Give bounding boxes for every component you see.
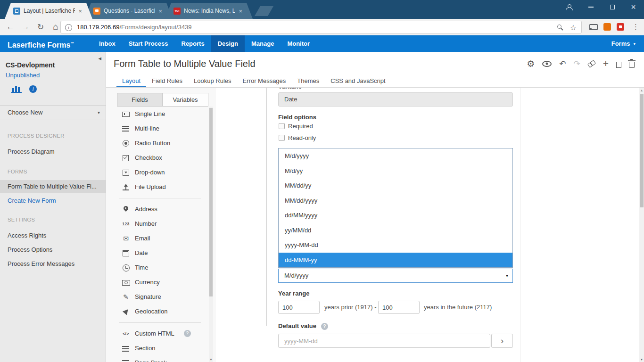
- nav-item-start-process[interactable]: Start Process: [122, 35, 175, 52]
- sidebar-item-process-error-messages[interactable]: Process Error Messages: [8, 260, 74, 267]
- default-value-submit-button[interactable]: ›: [491, 334, 513, 348]
- palette-item-checkbox[interactable]: Checkbox: [117, 150, 205, 165]
- copy-icon[interactable]: [616, 62, 621, 68]
- palette-item-geolocation[interactable]: Geolocation: [117, 304, 205, 319]
- palette-item-time[interactable]: Time: [117, 260, 205, 275]
- tab-close-icon[interactable]: ×: [239, 8, 242, 15]
- nav-item-manage[interactable]: Manage: [245, 35, 281, 52]
- scroll-up-icon[interactable]: ▲: [639, 89, 644, 92]
- minimize-button[interactable]: [580, 0, 602, 14]
- format-option[interactable]: M/d/yy: [279, 164, 512, 179]
- cast-icon[interactable]: [589, 24, 598, 30]
- palette-item-section[interactable]: Section: [117, 341, 205, 355]
- page-info-icon[interactable]: i: [65, 24, 72, 31]
- tab-close-icon[interactable]: ×: [78, 8, 82, 15]
- browser-tab-news[interactable]: TOI News: India News, Latest ×: [165, 3, 253, 19]
- format-option[interactable]: yy/MM/dd: [279, 223, 512, 238]
- page-scrollbar[interactable]: ▲ ▼: [639, 88, 644, 362]
- preview-eye-icon[interactable]: [542, 61, 552, 67]
- url-text[interactable]: 180.179.206.69/Forms/design/layout/3439: [77, 21, 192, 33]
- tab-lookup-rules[interactable]: Lookup Rules: [188, 75, 237, 87]
- scroll-down-icon[interactable]: ▼: [209, 358, 213, 361]
- palette-item-number[interactable]: 123Number: [117, 216, 205, 231]
- sidebar-item-create-new-form[interactable]: Create New Form: [8, 197, 56, 204]
- nav-item-design[interactable]: Design: [211, 35, 245, 52]
- palette-scrollbar-thumb[interactable]: [209, 108, 213, 296]
- palette-item-date[interactable]: Date: [117, 246, 205, 260]
- tab-close-icon[interactable]: ×: [158, 8, 162, 15]
- app-logo[interactable]: Laserfiche Forms™: [8, 35, 74, 53]
- sidebar-item-access-rights[interactable]: Access Rights: [8, 232, 46, 239]
- add-icon[interactable]: +: [603, 58, 609, 69]
- format-option[interactable]: dd/MM/yyyy: [279, 208, 512, 223]
- format-option[interactable]: MM/dd/yyyy: [279, 193, 512, 208]
- extension-orange-icon[interactable]: [603, 23, 611, 31]
- variable-value-field[interactable]: Date: [278, 92, 513, 107]
- default-value-input[interactable]: [278, 334, 490, 348]
- help-icon[interactable]: ?: [321, 323, 328, 330]
- scroll-down-icon[interactable]: ▼: [639, 358, 644, 361]
- date-format-select[interactable]: M/d/yyyy ▾: [278, 269, 513, 283]
- years-prior-input[interactable]: [278, 301, 320, 314]
- readonly-checkbox-row[interactable]: Read-only: [279, 134, 316, 141]
- extension-red-icon[interactable]: [617, 23, 624, 31]
- choose-new-dropdown[interactable]: Choose New ▾: [0, 105, 106, 120]
- tab-field-rules[interactable]: Field Rules: [146, 75, 188, 87]
- delete-icon[interactable]: [629, 62, 635, 68]
- palette-item-file-upload[interactable]: File Upload: [117, 180, 205, 194]
- page-scrollbar-thumb[interactable]: [640, 94, 644, 207]
- undo-icon[interactable]: ↶: [559, 59, 566, 69]
- nav-item-reports[interactable]: Reports: [175, 35, 211, 52]
- bar-chart-icon[interactable]: [11, 85, 22, 93]
- maximize-button[interactable]: [602, 0, 623, 14]
- sidebar-item-process-options[interactable]: Process Options: [8, 246, 52, 253]
- eraser-icon[interactable]: [587, 60, 596, 68]
- sidebar-item-current-form[interactable]: Form Table to Multiple Value Fi...: [0, 180, 106, 193]
- sidebar-item-process-diagram[interactable]: Process Diagram: [8, 148, 55, 155]
- palette-item-radio-button[interactable]: Radio Button: [117, 136, 205, 150]
- years-future-input[interactable]: [378, 301, 420, 314]
- palette-item-signature[interactable]: ✎Signature: [117, 289, 205, 304]
- help-icon[interactable]: ?: [184, 330, 191, 337]
- forward-icon[interactable]: →: [19, 19, 32, 35]
- profile-icon[interactable]: [566, 4, 572, 10]
- tab-error-messages[interactable]: Error Messages: [237, 75, 292, 87]
- palette-item-email[interactable]: ✉Email: [117, 231, 205, 246]
- tab-themes[interactable]: Themes: [291, 75, 325, 87]
- info-icon[interactable]: i: [29, 85, 37, 93]
- zoom-icon[interactable]: [557, 25, 561, 29]
- close-button[interactable]: ×: [623, 0, 644, 14]
- browser-tab-questions[interactable]: Questions - Laserfiche A ×: [85, 3, 173, 19]
- format-option[interactable]: yyyy-MM-dd: [279, 238, 512, 253]
- bookmark-star-icon[interactable]: ☆: [570, 22, 577, 33]
- browser-tab-active[interactable]: Layout | Laserfiche Forms ×: [5, 3, 92, 19]
- palette-item-currency[interactable]: Currency: [117, 275, 205, 289]
- new-tab-button[interactable]: [255, 6, 273, 16]
- form-canvas[interactable]: [216, 88, 266, 362]
- palette-item-address[interactable]: Address: [117, 202, 205, 216]
- back-icon[interactable]: ←: [4, 19, 17, 35]
- palette-scrollbar[interactable]: ▼: [209, 107, 213, 362]
- readonly-checkbox[interactable]: [279, 135, 285, 141]
- palette-item-multi-line[interactable]: Multi-line: [117, 121, 205, 136]
- nav-item-inbox[interactable]: Inbox: [92, 35, 122, 52]
- sidebar-collapse-icon[interactable]: ◂: [98, 55, 101, 62]
- palette-item-drop-down[interactable]: Drop-down: [117, 165, 205, 180]
- palette-tab-fields[interactable]: Fields: [117, 93, 163, 107]
- palette-item-single-line[interactable]: Single Line: [117, 107, 205, 121]
- required-checkbox-row[interactable]: Required: [279, 123, 313, 130]
- forms-dropdown[interactable]: Forms▾: [611, 35, 636, 52]
- nav-item-monitor[interactable]: Monitor: [281, 35, 316, 52]
- refresh-icon[interactable]: ↻: [34, 19, 47, 35]
- tab-layout[interactable]: Layout: [116, 75, 146, 87]
- tab-css-javascript[interactable]: CSS and JavaScript: [325, 75, 391, 87]
- address-bar[interactable]: i 180.179.206.69/Forms/design/layout/343…: [60, 21, 582, 33]
- required-checkbox[interactable]: [279, 123, 285, 129]
- browser-menu-icon[interactable]: ⋮: [632, 19, 639, 35]
- format-option[interactable]: MM/dd/yy: [279, 178, 512, 193]
- palette-tab-variables[interactable]: Variables: [162, 93, 208, 107]
- format-option-highlighted[interactable]: dd-MMM-yy: [279, 253, 512, 268]
- palette-item-custom-html[interactable]: </>Custom HTML?: [117, 326, 205, 341]
- format-option[interactable]: M/d/yyyy: [279, 148, 512, 164]
- palette-item-page-break[interactable]: Page Break: [117, 355, 205, 362]
